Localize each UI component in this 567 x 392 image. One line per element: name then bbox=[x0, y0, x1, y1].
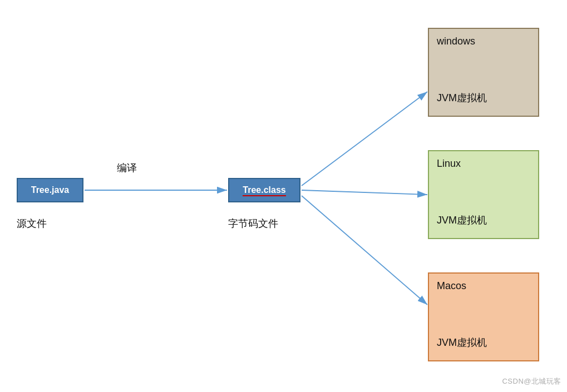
tree-class-label: Tree.class bbox=[243, 185, 285, 195]
windows-box: windows JVM虚拟机 bbox=[428, 28, 539, 117]
linux-jvm-label: JVM虚拟机 bbox=[437, 214, 487, 227]
windows-jvm-label: JVM虚拟机 bbox=[437, 91, 487, 105]
source-label: 源文件 bbox=[17, 217, 47, 230]
linux-title: Linux bbox=[437, 158, 461, 170]
svg-line-4 bbox=[302, 190, 427, 195]
tree-class-box: Tree.class bbox=[228, 178, 300, 202]
bytecode-label: 字节码文件 bbox=[228, 217, 278, 230]
svg-line-3 bbox=[302, 92, 427, 186]
linux-box: Linux JVM虚拟机 bbox=[428, 150, 539, 239]
compile-label: 编译 bbox=[117, 161, 137, 175]
tree-java-box: Tree.java bbox=[17, 178, 83, 202]
macos-jvm-label: JVM虚拟机 bbox=[437, 336, 487, 349]
diagram-container: Tree.java Tree.class 编译 源文件 字节码文件 window… bbox=[0, 0, 567, 392]
svg-line-5 bbox=[302, 196, 427, 305]
watermark: CSDN@北城玩客 bbox=[502, 376, 561, 386]
tree-java-label: Tree.java bbox=[31, 185, 70, 195]
macos-title: Macos bbox=[437, 280, 466, 292]
macos-box: Macos JVM虚拟机 bbox=[428, 272, 539, 361]
windows-title: windows bbox=[437, 36, 475, 47]
